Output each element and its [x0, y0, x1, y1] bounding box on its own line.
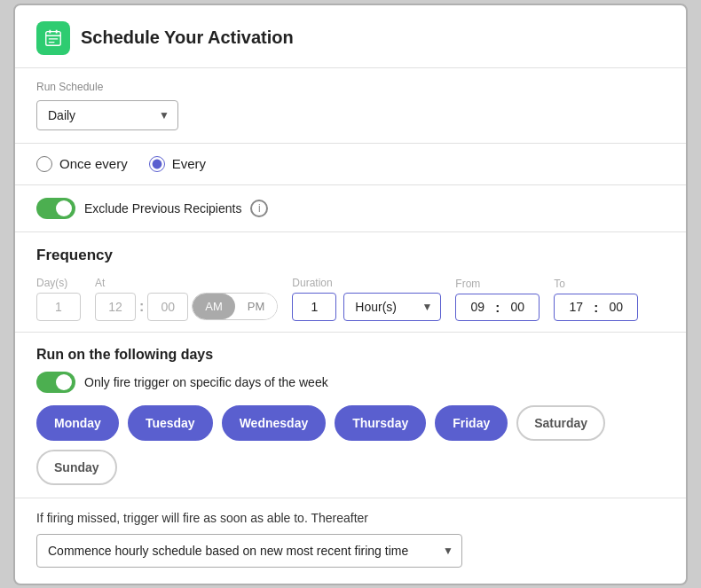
- once-every-radio[interactable]: [36, 156, 52, 172]
- run-schedule-select[interactable]: Daily Weekly Monthly: [36, 100, 178, 130]
- to-separator: :: [594, 300, 598, 315]
- exclude-recipients-row: Exclude Previous Recipients i: [15, 185, 686, 232]
- page-title: Schedule Your Activation: [81, 27, 294, 48]
- duration-group: Duration Hour(s) Minute(s) Day(s) ▼: [292, 277, 441, 321]
- from-box: :: [455, 294, 540, 321]
- from-minutes-input[interactable]: [503, 300, 532, 314]
- days-toggle-row: Only fire trigger on specific days of th…: [36, 372, 665, 393]
- hours-input[interactable]: [95, 293, 136, 321]
- recurrence-row: Once every Every: [15, 144, 686, 185]
- minutes-input[interactable]: [147, 293, 188, 321]
- duration-inputs: Hour(s) Minute(s) Day(s) ▼: [292, 293, 441, 321]
- exclude-recipients-toggle[interactable]: [36, 198, 75, 219]
- duration-unit-wrapper: Hour(s) Minute(s) Day(s) ▼: [343, 293, 441, 321]
- from-label: From: [455, 278, 540, 290]
- to-group: To :: [554, 278, 638, 321]
- to-hours-input[interactable]: [562, 300, 590, 314]
- from-group: From :: [455, 278, 540, 321]
- days-group: Day(s): [36, 277, 81, 321]
- days-input[interactable]: [36, 293, 81, 321]
- sunday-button[interactable]: Sunday: [36, 450, 117, 485]
- saturday-button[interactable]: Saturday: [516, 405, 605, 441]
- every-radio[interactable]: [149, 156, 165, 172]
- days-section: Run on the following days Only fire trig…: [15, 333, 686, 498]
- missed-title: If firing missed, trigger will fire as s…: [36, 511, 665, 525]
- run-schedule-label: Run Schedule: [36, 81, 665, 93]
- once-every-label: Once every: [59, 156, 128, 171]
- toggle-thumb: [56, 200, 72, 216]
- to-minutes-input[interactable]: [602, 300, 630, 314]
- schedule-icon: [43, 28, 63, 48]
- missed-select-wrapper: Commence hourly schedule based on new mo…: [36, 534, 462, 568]
- pm-button[interactable]: PM: [235, 294, 278, 319]
- days-label: Day(s): [36, 277, 81, 289]
- from-separator: :: [495, 300, 500, 315]
- specific-days-toggle[interactable]: [36, 372, 75, 393]
- missed-select[interactable]: Commence hourly schedule based on new mo…: [36, 534, 462, 568]
- am-button[interactable]: AM: [193, 294, 235, 319]
- at-group: At : AM PM: [95, 277, 278, 321]
- header-icon-bg: [36, 21, 70, 55]
- info-icon[interactable]: i: [250, 200, 268, 217]
- time-separator: :: [139, 299, 144, 315]
- thursday-button[interactable]: Thursday: [335, 405, 426, 441]
- specific-days-label: Only fire trigger on specific days of th…: [84, 375, 328, 389]
- every-label: Every: [172, 156, 206, 171]
- ampm-group: AM PM: [192, 293, 278, 320]
- to-box: :: [554, 294, 638, 321]
- once-every-option[interactable]: Once every: [36, 156, 128, 172]
- days-buttons: Monday Tuesday Wednesday Thursday Friday…: [36, 405, 665, 485]
- friday-button[interactable]: Friday: [435, 405, 508, 441]
- wednesday-button[interactable]: Wednesday: [222, 405, 327, 441]
- time-group: : AM PM: [95, 293, 278, 321]
- specific-days-toggle-thumb: [56, 374, 72, 390]
- days-title: Run on the following days: [36, 347, 665, 363]
- every-option[interactable]: Every: [149, 156, 206, 172]
- missed-section: If firing missed, trigger will fire as s…: [15, 498, 686, 584]
- duration-label: Duration: [292, 277, 441, 289]
- frequency-title: Frequency: [36, 247, 665, 264]
- duration-unit-select[interactable]: Hour(s) Minute(s) Day(s): [343, 293, 441, 321]
- monday-button[interactable]: Monday: [36, 405, 119, 441]
- schedule-card: Schedule Your Activation Run Schedule Da…: [13, 4, 688, 585]
- to-label: To: [554, 278, 638, 290]
- run-schedule-section: Run Schedule Daily Weekly Monthly ▼: [15, 68, 686, 144]
- frequency-row: Day(s) At : AM PM Duration: [36, 277, 665, 321]
- header: Schedule Your Activation: [15, 5, 686, 68]
- from-hours-input[interactable]: [463, 300, 492, 314]
- frequency-section: Frequency Day(s) At : AM PM: [15, 232, 686, 333]
- exclude-recipients-label: Exclude Previous Recipients: [84, 201, 241, 216]
- tuesday-button[interactable]: Tuesday: [128, 405, 213, 441]
- run-schedule-select-wrapper: Daily Weekly Monthly ▼: [36, 100, 178, 130]
- duration-input[interactable]: [292, 293, 336, 321]
- at-label: At: [95, 277, 278, 289]
